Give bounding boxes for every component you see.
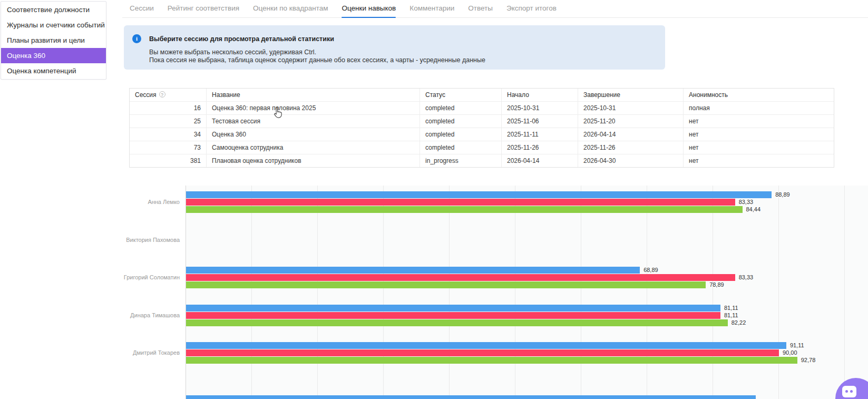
- chart-bar-value-label: 82,22: [732, 319, 746, 326]
- table-cell: 2026-04-14: [501, 154, 578, 167]
- banner-title: Выберите сессию для просмотра детальной …: [149, 35, 334, 43]
- sidebar-item[interactable]: Оценка компетенций: [1, 63, 106, 79]
- column-header: Анонимность: [683, 89, 834, 101]
- tab[interactable]: Экспорт итогов: [506, 4, 557, 17]
- table-cell: in_progress: [420, 154, 501, 167]
- table-cell: 73: [130, 141, 206, 154]
- tab[interactable]: Ответы: [468, 4, 493, 17]
- table-cell: 25: [130, 115, 206, 128]
- chart-category-label: Григорий Соломатин: [0, 274, 180, 281]
- help-icon: ?: [159, 91, 165, 98]
- chart-bar-green: [186, 206, 743, 213]
- chart-gridline: [317, 186, 318, 399]
- chart-bar-blue: [186, 267, 640, 274]
- table-cell: нет: [683, 128, 834, 141]
- column-header: Название: [206, 89, 420, 101]
- table-cell: completed: [420, 115, 501, 128]
- chart-gridline: [581, 186, 581, 399]
- chart-bar-red: [186, 312, 720, 319]
- chart-bar-partial: [186, 395, 756, 399]
- table-cell: 34: [130, 128, 206, 141]
- chart-gridline: [844, 186, 845, 399]
- banner-text-line: Пока сессия не выбрана, таблица оценок с…: [149, 56, 485, 64]
- chart-bar-value-label: 81,11: [724, 305, 738, 312]
- chart-category-label: Дмитрий Токарев: [0, 349, 180, 356]
- table-header-row: Сессия?НазваниеСтатусНачалоЗавершениеАно…: [130, 89, 834, 101]
- chart-bar-green: [186, 281, 706, 288]
- chart-bar-red: [186, 349, 779, 356]
- banner-text-line: Вы можете выбрать несколько сессий, удер…: [149, 48, 316, 56]
- chart-bar-green: [186, 357, 797, 364]
- tab[interactable]: Комментарии: [409, 4, 454, 17]
- chart-bar-value-label: 90,00: [783, 349, 797, 356]
- table-cell: 2025-11-20: [578, 115, 683, 128]
- info-icon: i: [132, 34, 141, 43]
- tab[interactable]: Оценки по квадрантам: [253, 4, 328, 17]
- table-row[interactable]: 73Самооценка сотрудникаcompleted2025-11-…: [130, 141, 834, 154]
- chart-bar-value-label: 68,89: [643, 267, 658, 274]
- chart-bar-blue: [186, 191, 772, 198]
- sidebar-item[interactable]: Планы развития и цели: [1, 33, 106, 48]
- chart-gridline: [713, 186, 713, 399]
- sidebar-item[interactable]: Журналы и счетчики событий: [1, 17, 106, 33]
- sessions-table: Сессия?НазваниеСтатусНачалоЗавершениеАно…: [129, 88, 834, 168]
- table-cell: Плановая оценка сотрудников: [206, 154, 420, 167]
- column-header: Сессия?: [130, 89, 206, 101]
- chart-gridline: [778, 186, 779, 399]
- chart-bar-value-label: 92,78: [801, 357, 816, 364]
- chart-category-label: Анна Лемко: [0, 198, 180, 206]
- chart-category-label: Динара Тимашова: [0, 312, 180, 319]
- sidebar-item[interactable]: Оценка 360: [1, 48, 106, 63]
- sidebar: Соответствие должностиЖурналы и счетчики…: [1, 1, 106, 80]
- chart-gridline: [383, 186, 384, 399]
- chart-bar-value-label: 88,89: [775, 191, 790, 198]
- table-cell: completed: [420, 141, 501, 154]
- table-cell: 2025-11-06: [501, 115, 578, 128]
- chart-category-label: Виктория Пахомова: [0, 236, 180, 244]
- chart-bar-value-label: 81,11: [724, 312, 738, 319]
- table-cell: Тестовая сессия: [206, 115, 420, 128]
- chart-y-axis-line: [186, 186, 186, 399]
- chart-bar-value-label: 91,11: [790, 342, 804, 349]
- chart-bar-value-label: 83,33: [739, 274, 754, 281]
- table-cell: нет: [683, 115, 834, 128]
- table-row[interactable]: 381Плановая оценка сотрудниковin_progres…: [130, 154, 834, 167]
- table-cell: нет: [683, 141, 834, 154]
- table-row[interactable]: 16Оценка 360: первая половина 2025comple…: [130, 101, 834, 114]
- chart-bar-blue: [186, 342, 786, 349]
- table-cell: Оценка 360: первая половина 2025: [206, 102, 420, 114]
- tab-bar: СессииРейтинг соответствияОценки по квад…: [122, 0, 868, 18]
- table-cell: 2025-10-31: [578, 102, 683, 114]
- chart-bar-value-label: 84,44: [746, 206, 761, 213]
- table-cell: нет: [683, 154, 834, 167]
- chart-gridline: [251, 186, 252, 399]
- column-header: Завершение: [578, 89, 683, 101]
- table-cell: 2025-10-31: [501, 102, 578, 114]
- chat-icon: [842, 386, 856, 397]
- info-banner: i Выберите сессию для просмотра детально…: [124, 25, 665, 70]
- table-cell: 381: [130, 154, 206, 167]
- table-row[interactable]: 34Оценка 360completed2025-11-112026-04-1…: [130, 128, 834, 141]
- column-header: Статус: [420, 89, 501, 101]
- table-cell: 2025-11-11: [501, 128, 578, 141]
- table-cell: completed: [420, 102, 501, 114]
- table-cell: 2026-04-14: [578, 128, 683, 141]
- column-header: Начало: [501, 89, 578, 101]
- tab[interactable]: Сессии: [130, 4, 154, 17]
- table-cell: Оценка 360: [206, 128, 420, 141]
- table-cell: полная: [683, 102, 834, 114]
- chart-bar-green: [186, 319, 728, 326]
- chart-bar-blue: [186, 305, 720, 312]
- sidebar-item[interactable]: Соответствие должности: [1, 2, 106, 17]
- chart-gridline: [449, 186, 450, 399]
- chart-gridline: [647, 186, 647, 399]
- tab[interactable]: Рейтинг соответствия: [168, 4, 239, 17]
- chart-bar-value-label: 83,33: [739, 199, 754, 206]
- chart-bar-red: [186, 274, 735, 281]
- chart-bar-red: [186, 199, 735, 206]
- table-cell: completed: [420, 128, 501, 141]
- table-row[interactable]: 25Тестовая сессияcompleted2025-11-062025…: [130, 114, 834, 128]
- table-cell: Самооценка сотрудника: [206, 141, 420, 154]
- tab[interactable]: Оценки навыков: [342, 4, 396, 17]
- chart-bar-value-label: 78,89: [709, 281, 724, 288]
